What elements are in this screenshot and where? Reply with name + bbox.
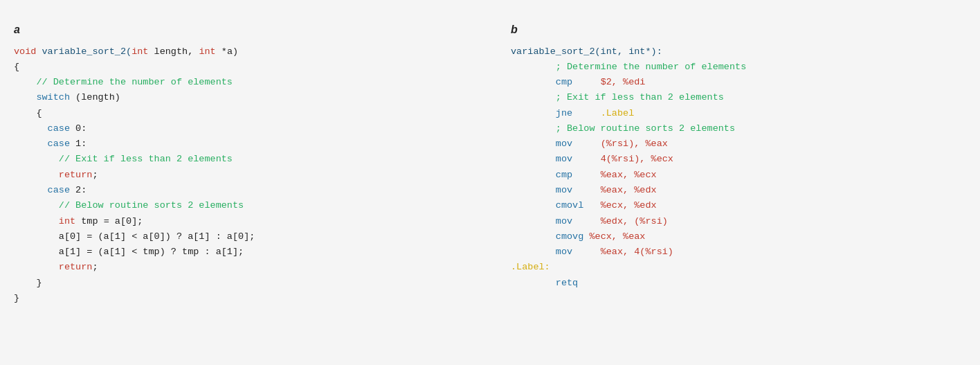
code-token: cmp xyxy=(556,170,572,180)
code-token: tmp = a[0]; xyxy=(75,216,143,226)
code-token: cmovl xyxy=(556,200,584,211)
code-token xyxy=(14,231,59,242)
code-token: cmp xyxy=(556,77,572,87)
code-token: mov xyxy=(556,247,572,257)
code-token: ; xyxy=(92,170,98,180)
code-token: %edx, (%rsi) xyxy=(572,216,668,226)
code-token: void xyxy=(14,46,42,57)
code-token: jne xyxy=(556,108,572,118)
code-token: (%rsi), %eax xyxy=(572,139,668,149)
code-token: // Below routine sorts 2 elements xyxy=(59,200,244,211)
code-token: %eax, %ecx xyxy=(572,170,657,180)
code-line: mov %eax, 4(%rsi) xyxy=(511,244,966,260)
code-token xyxy=(14,123,48,134)
code-token: retq xyxy=(556,278,578,288)
code-token: mov xyxy=(556,216,572,226)
code-line: cmp $2, %edi xyxy=(511,75,966,90)
code-line: mov %eax, %edx xyxy=(511,183,966,198)
code-line: int tmp = a[0]; xyxy=(14,214,469,229)
code-line: jne .Label xyxy=(511,106,966,121)
code-token: case xyxy=(48,185,70,195)
code-token: ; Exit if less than 2 elements xyxy=(511,92,724,103)
code-token xyxy=(14,154,59,164)
code-line: case 1: xyxy=(14,136,469,152)
code-token: 0: xyxy=(70,123,87,134)
code-token xyxy=(14,185,48,195)
code-token: return xyxy=(59,262,93,272)
code-token: .Label xyxy=(572,108,634,118)
code-token: ; Below routine sorts 2 elements xyxy=(511,123,735,134)
code-token xyxy=(14,200,59,211)
code-line: // Below routine sorts 2 elements xyxy=(14,198,469,213)
code-line: } xyxy=(14,276,469,291)
code-token xyxy=(511,216,556,226)
code-token: { xyxy=(14,108,42,118)
code-token: (length) xyxy=(70,92,120,103)
code-line: retq xyxy=(511,276,966,291)
code-token: 4(%rsi), %ecx xyxy=(572,154,673,164)
code-token xyxy=(511,200,556,211)
code-line: a[0] = (a[1] < a[0]) ? a[1] : a[0]; xyxy=(14,229,469,244)
code-line: ; Below routine sorts 2 elements xyxy=(511,121,966,136)
code-token: variable_sort_2(int, int*): xyxy=(511,46,662,57)
code-token: mov xyxy=(556,185,572,195)
code-token: int xyxy=(59,216,75,226)
panel-a: a void variable_sort_2(int length, int *… xyxy=(14,14,469,313)
panel-a-code: void variable_sort_2(int length, int *a)… xyxy=(14,44,469,307)
code-line: .Label: xyxy=(511,260,966,275)
panel-a-label: a xyxy=(14,21,469,39)
code-line: { xyxy=(14,106,469,121)
code-token: $2, %edi xyxy=(572,77,645,87)
main-container: a void variable_sort_2(int length, int *… xyxy=(14,14,966,313)
code-token: return xyxy=(59,170,93,180)
code-token xyxy=(14,247,59,257)
code-token xyxy=(14,262,59,272)
code-token: a[1] = (a[1] < tmp) ? tmp : a[1]; xyxy=(59,247,244,257)
code-token xyxy=(511,247,556,257)
code-line: case 0: xyxy=(14,121,469,136)
code-token: // Exit if less than 2 elements xyxy=(59,154,233,164)
code-line: // Determine the number of elements xyxy=(14,75,469,90)
code-line: return; xyxy=(14,168,469,183)
code-token: case xyxy=(48,123,70,134)
code-token xyxy=(14,170,59,180)
code-line: mov (%rsi), %eax xyxy=(511,136,966,152)
code-token: %ecx, %edx xyxy=(583,200,656,211)
code-token xyxy=(14,92,36,103)
panel-b-code: variable_sort_2(int, int*): ; Determine … xyxy=(511,44,966,291)
code-line: variable_sort_2(int, int*): xyxy=(511,44,966,60)
code-token xyxy=(511,139,556,149)
code-token: mov xyxy=(556,154,572,164)
code-token: 1: xyxy=(70,139,87,149)
code-token: int xyxy=(199,46,215,57)
code-line: switch (length) xyxy=(14,90,469,105)
code-token: 2: xyxy=(70,185,87,195)
code-token: // Determine the number of elements xyxy=(36,77,233,87)
code-token xyxy=(511,154,556,164)
code-line: mov %edx, (%rsi) xyxy=(511,214,966,229)
code-token xyxy=(14,77,36,87)
code-token: length, xyxy=(148,46,199,57)
code-line: return; xyxy=(14,260,469,275)
panel-b: b variable_sort_2(int, int*): ; Determin… xyxy=(511,14,966,313)
code-token: %ecx, %eax xyxy=(583,231,645,242)
code-token xyxy=(14,216,59,226)
code-token: mov xyxy=(556,139,572,149)
code-line: void variable_sort_2(int length, int *a) xyxy=(14,44,469,60)
code-token xyxy=(511,231,556,242)
code-token xyxy=(14,139,48,149)
code-token: case xyxy=(48,139,70,149)
code-line: { xyxy=(14,60,469,75)
code-token: %eax, %edx xyxy=(572,185,657,195)
panel-b-label: b xyxy=(511,21,966,39)
code-token: } xyxy=(14,293,19,303)
code-line: mov 4(%rsi), %ecx xyxy=(511,152,966,167)
code-token: } xyxy=(14,278,42,288)
code-line: a[1] = (a[1] < tmp) ? tmp : a[1]; xyxy=(14,244,469,260)
code-token: cmovg xyxy=(556,231,584,242)
code-token: int xyxy=(131,46,148,57)
code-line: cmovl %ecx, %edx xyxy=(511,198,966,213)
code-token: a[0] = (a[1] < a[0]) ? a[1] : a[0]; xyxy=(59,231,255,242)
code-token: switch xyxy=(36,92,70,103)
code-token xyxy=(511,77,556,87)
